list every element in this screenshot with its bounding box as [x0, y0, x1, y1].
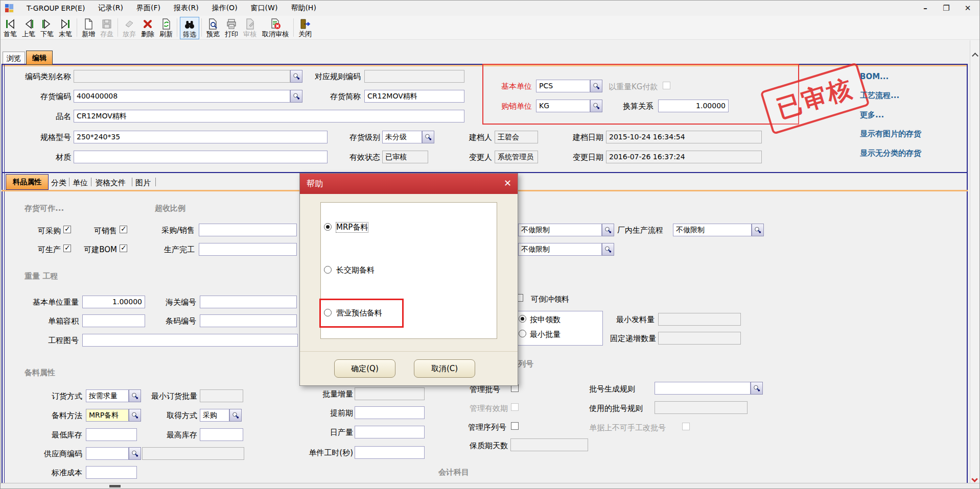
daily-output-field[interactable]	[355, 426, 425, 438]
lookup-icon[interactable]	[752, 224, 764, 236]
acquire-mode-field[interactable]: 采购	[200, 409, 229, 422]
link-more[interactable]: 更多...	[860, 110, 884, 120]
lookup-icon[interactable]	[602, 224, 614, 236]
menu-app[interactable]: T-GROUP ERP(E)	[20, 3, 91, 14]
toolbar-preview-button[interactable]: 预览	[204, 17, 222, 39]
producible-checkbox[interactable]	[63, 244, 71, 252]
link-show-with-image[interactable]: 显示有图片的存货	[860, 129, 921, 139]
long-leadtime-option-label[interactable]: 长交期备料	[336, 265, 375, 275]
max-stock-field[interactable]	[200, 428, 243, 441]
batch-rule-field[interactable]	[655, 382, 751, 395]
menu-report[interactable]: 报表(R)	[167, 2, 205, 14]
subtab-qualification[interactable]: 资格文件	[95, 178, 126, 188]
toolbar-print-button[interactable]: 打印	[223, 17, 240, 39]
subtab-unit[interactable]: 单位	[73, 178, 88, 188]
restriction-field-2[interactable]: 不做限制	[518, 243, 602, 256]
toolbar-close-button[interactable]: 关闭	[296, 17, 314, 39]
dialog-close-icon[interactable]: ✕	[504, 178, 511, 188]
sellable-checkbox[interactable]	[120, 226, 127, 233]
box-volume-field[interactable]	[82, 314, 145, 327]
toolbar-prev-button[interactable]: 上笔	[20, 17, 37, 39]
lookup-icon[interactable]	[602, 243, 614, 256]
bom-allowed-checkbox[interactable]	[120, 244, 127, 252]
lookup-icon[interactable]	[590, 100, 602, 112]
long-leadtime-option-radio[interactable]	[324, 266, 332, 274]
coding-category-field[interactable]	[74, 70, 290, 83]
supplier-code-field[interactable]	[86, 447, 129, 460]
toolbar-delete-button[interactable]: 删除	[139, 17, 156, 39]
tab-edit[interactable]: 编辑	[26, 51, 53, 65]
restore-button[interactable]: ❐	[939, 4, 954, 14]
toolbar-new-button[interactable]: 新增	[80, 17, 97, 39]
barcode-field[interactable]	[200, 314, 297, 327]
batch-rule-label: 批号生成规则	[589, 384, 635, 394]
lookup-icon[interactable]	[129, 447, 141, 460]
prepare-method-label: 备料方法	[49, 411, 82, 421]
material-field[interactable]	[74, 151, 328, 163]
lookup-icon[interactable]	[129, 389, 141, 402]
base-unit-field[interactable]: PCS	[536, 80, 590, 92]
base-weight-field[interactable]: 1.00000	[82, 296, 145, 308]
purchasable-checkbox[interactable]	[63, 226, 71, 233]
by-application-label: 按申领数	[530, 315, 561, 325]
menu-record[interactable]: 记录(R)	[91, 2, 130, 14]
conversion-field[interactable]: 1.00000	[658, 100, 729, 112]
close-button[interactable]: ✕	[960, 4, 975, 14]
lookup-icon[interactable]	[751, 382, 763, 395]
min-stock-field[interactable]	[86, 428, 137, 441]
mrp-option-label[interactable]: MRP备料	[336, 223, 368, 232]
prepare-method-field[interactable]: MRP备料	[86, 409, 129, 422]
cancel-button[interactable]: 取消(C)	[414, 359, 475, 378]
mrp-option-radio[interactable]	[324, 223, 332, 231]
lookup-icon[interactable]	[422, 131, 434, 143]
link-show-unclassified[interactable]: 显示无分类的存货	[860, 149, 921, 158]
trade-unit-field[interactable]: KG	[536, 100, 590, 112]
toolbar-next-button[interactable]: 下笔	[38, 17, 56, 39]
link-process-flow[interactable]: 工艺流程...	[860, 91, 899, 101]
unit-hours-field[interactable]	[355, 446, 425, 459]
over-purchase-sale-field[interactable]	[199, 224, 297, 236]
toolbar-filter-button[interactable]: 筛选	[180, 17, 199, 39]
item-code-field[interactable]: 400400008	[74, 90, 290, 103]
binoculars-icon	[183, 17, 196, 31]
backflush-label: 可倒冲领料	[531, 295, 569, 304]
toolbar-cancel-audit-button[interactable]: 取消审核	[260, 17, 291, 39]
menu-window[interactable]: 窗口(W)	[244, 2, 285, 14]
tab-browse[interactable]: 浏览	[3, 52, 25, 65]
item-abbr-field[interactable]: CR12MOV精料	[364, 90, 464, 103]
scroll-up-icon[interactable]	[972, 53, 978, 59]
restriction-field-1[interactable]: 不做限制	[518, 224, 602, 236]
over-production-field[interactable]	[199, 243, 297, 256]
link-bom[interactable]: BOM...	[860, 72, 889, 81]
subtab-classification[interactable]: 分类	[51, 178, 66, 188]
min-batch-radio[interactable]	[519, 330, 526, 337]
by-application-radio[interactable]	[519, 315, 526, 323]
lead-time-field[interactable]	[355, 406, 425, 419]
spec-field[interactable]: 250*240*35	[74, 131, 328, 143]
subtab-item-properties[interactable]: 料品属性	[6, 174, 49, 190]
minimize-button[interactable]: –	[918, 4, 933, 14]
customs-code-field[interactable]	[200, 296, 297, 308]
toolbar-refresh-button[interactable]: 刷新	[157, 17, 175, 39]
order-mode-field[interactable]: 按需求量	[86, 389, 129, 402]
std-cost-field[interactable]	[86, 466, 137, 479]
item-name-field[interactable]: CR12MOV精料	[74, 110, 464, 123]
lookup-icon[interactable]	[129, 409, 141, 422]
toolbar-first-button[interactable]: 首笔	[2, 17, 19, 39]
factory-flow-field[interactable]: 不做限制	[673, 224, 752, 236]
item-level-field[interactable]: 未分级	[382, 131, 422, 143]
menu-help[interactable]: 帮助(H)	[284, 2, 322, 14]
subtab-image[interactable]: 图片	[135, 178, 151, 188]
manage-serial-checkbox[interactable]	[511, 422, 519, 430]
next-icon	[41, 17, 53, 31]
drawing-no-field[interactable]	[82, 334, 298, 347]
menu-operation[interactable]: 操作(O)	[205, 2, 244, 14]
toolbar-last-button[interactable]: 末笔	[57, 17, 74, 39]
std-cost-label: 标准成本	[49, 468, 82, 478]
lookup-icon[interactable]	[229, 409, 242, 422]
menu-interface[interactable]: 界面(F)	[130, 2, 167, 14]
scroll-down-icon[interactable]	[971, 476, 978, 482]
vertical-scrollbar[interactable]	[970, 40, 980, 489]
ok-button[interactable]: 确定(Q)	[334, 359, 395, 378]
lookup-icon[interactable]	[590, 80, 602, 92]
